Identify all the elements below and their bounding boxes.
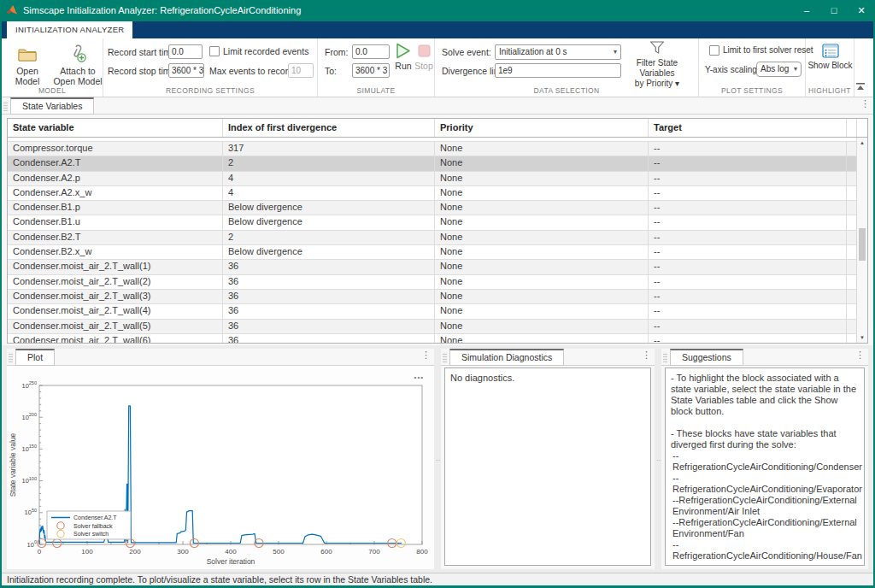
attach-to-open-model-button[interactable]: Attach to Open Model xyxy=(53,44,103,86)
solve-event-label: Solve event: xyxy=(442,47,491,57)
from-input[interactable]: 0.0 xyxy=(352,44,390,59)
table-cell: -- xyxy=(649,320,847,333)
panel-grip[interactable] xyxy=(3,101,8,111)
panel-grip[interactable] xyxy=(9,352,13,362)
to-input[interactable]: 3600 * 3 xyxy=(352,63,390,78)
table-cell: -- xyxy=(649,334,847,343)
table-scrollbar[interactable]: ▲ ▼ xyxy=(856,138,867,343)
table-cell: Condenser.A2.T xyxy=(8,156,223,170)
table-row[interactable]: Condenser.moist_air_2.T_wall(4)36None-- xyxy=(8,304,856,319)
table-cell: Condenser.B1.p xyxy=(8,201,223,215)
table-row[interactable]: Condenser.moist_air_2.T_wall(1)36None-- xyxy=(8,260,856,274)
window-title: Simscape Initialization Analyzer: Refrig… xyxy=(23,0,301,21)
table-row[interactable]: Condenser.A2.T2None-- xyxy=(8,156,856,171)
limit-first-solver-reset-label: Limit to first solver reset xyxy=(723,45,813,55)
ribbon-section-simulate: From: 0.0 To: 3600 * 3 Run Stop xyxy=(318,38,435,97)
table-cell: 36 xyxy=(223,290,435,303)
table-rows: Compressor.torque317None--Condenser.A2.T… xyxy=(8,138,856,343)
table-cell: -- xyxy=(649,186,847,200)
ribbon-tab-strip: INITIALIZATION ANALYZER xyxy=(2,21,873,38)
run-button[interactable]: Run xyxy=(393,42,414,71)
panel-menu-icon[interactable]: ⋮ xyxy=(855,350,865,361)
table-cell: -- xyxy=(649,275,847,289)
table-row[interactable]: Condenser.moist_air_2.T_wall(2)36None-- xyxy=(8,275,856,290)
table-cell: None xyxy=(435,142,649,156)
scroll-up-icon[interactable]: ▲ xyxy=(857,140,867,145)
section-label-highlight: HIGHLIGHT xyxy=(806,86,854,95)
column-header-state-variable[interactable]: State variable xyxy=(8,119,223,137)
matlab-logo-icon xyxy=(6,4,18,20)
limit-recorded-events-checkbox[interactable] xyxy=(209,46,220,56)
table-row[interactable]: Condenser.A2.x_w4None-- xyxy=(8,186,856,201)
max-events-input: 10 xyxy=(288,63,314,78)
solve-event-dropdown[interactable]: Initialization at 0 s ▾ xyxy=(495,44,621,60)
table-cell: None xyxy=(435,245,649,259)
scrollbar-thumb[interactable] xyxy=(859,228,866,261)
table-cell: None xyxy=(435,172,649,185)
chevron-down-icon: ▾ xyxy=(794,62,797,76)
panel-grip[interactable] xyxy=(443,352,447,362)
table-cell: 2 xyxy=(223,231,435,244)
table-cell: -- xyxy=(649,260,847,273)
table-row[interactable]: Condenser.B1.pBelow divergenceNone-- xyxy=(8,201,856,215)
table-row[interactable]: Condenser.A2.p4None-- xyxy=(8,172,856,186)
tab-initialization-analyzer[interactable]: INITIALIZATION ANALYZER xyxy=(7,21,132,38)
table-row[interactable]: Condenser.B2.T2None-- xyxy=(8,231,856,245)
table-cell xyxy=(847,304,856,318)
table-cell xyxy=(847,172,856,185)
table-cell: Condenser.A2.x_w xyxy=(8,186,223,200)
table-row[interactable]: Condenser.moist_air_2.T_wall(5)36None-- xyxy=(8,320,856,334)
yaxis-scaling-dropdown[interactable]: Abs log ▾ xyxy=(756,62,802,77)
tab-suggestions[interactable]: Suggestions xyxy=(670,349,743,366)
column-header-index[interactable]: Index of first divergence xyxy=(223,119,435,137)
panel-splitter[interactable]: ·· xyxy=(655,349,661,569)
table-cell: Condenser.moist_air_2.T_wall(1) xyxy=(8,260,223,273)
plot-chart[interactable]: 0100200300400500600700800100105010100101… xyxy=(7,366,434,569)
scroll-down-icon[interactable]: ▼ xyxy=(857,335,867,340)
limit-first-solver-reset-checkbox[interactable] xyxy=(709,45,719,56)
tab-state-variables[interactable]: State Variables xyxy=(10,97,94,115)
stop-square-icon xyxy=(414,42,434,59)
table-cell: None xyxy=(435,215,649,229)
table-cell: None xyxy=(435,320,649,333)
table-header: State variable Index of first divergence… xyxy=(8,119,867,138)
table-cell: None xyxy=(435,290,649,303)
tab-plot[interactable]: Plot xyxy=(15,349,55,366)
record-start-input[interactable]: 0.0 xyxy=(168,44,203,59)
maximize-button[interactable]: □ xyxy=(820,0,848,21)
table-row[interactable]: Compressor.torque317None-- xyxy=(8,142,856,156)
table-cell xyxy=(847,215,856,229)
filter-state-variables-button[interactable]: Filter State Variables by Priority ▾ xyxy=(618,40,696,89)
column-header-priority[interactable]: Priority xyxy=(435,119,649,137)
table-row[interactable]: Condenser.B2.x_wBelow divergenceNone-- xyxy=(8,245,856,260)
state-variables-tab-bar: State Variables ⋮ xyxy=(2,97,873,115)
close-button[interactable]: ✕ xyxy=(848,0,875,21)
table-cell: Condenser.B2.T xyxy=(8,231,223,244)
panel-grip[interactable] xyxy=(663,352,667,362)
table-cell: Condenser.A2.p xyxy=(8,172,223,185)
record-stop-input[interactable]: 3600 * 3 xyxy=(168,63,204,78)
collapse-ribbon-button[interactable] xyxy=(854,80,868,91)
table-row[interactable]: Condenser.moist_air_2.T_wall(6)36None-- xyxy=(8,334,856,343)
table-cell xyxy=(847,142,856,156)
table-cell xyxy=(847,245,856,259)
paperclip-plus-icon xyxy=(53,44,103,64)
open-model-button[interactable]: Open Model xyxy=(3,44,51,86)
table-cell: None xyxy=(435,156,649,170)
yaxis-scaling-label: Y-axis scaling: xyxy=(705,65,760,74)
panel-menu-icon[interactable]: ⋮ xyxy=(642,350,651,361)
table-cell: None xyxy=(435,231,649,244)
divergence-limit-input[interactable]: 1e9 xyxy=(495,63,621,78)
svg-text:10200: 10200 xyxy=(21,412,37,421)
tab-simulation-diagnostics[interactable]: Simulation Diagnostics xyxy=(449,349,564,366)
panel-menu-icon[interactable]: ⋮ xyxy=(860,98,870,109)
table-row[interactable]: Condenser.moist_air_2.T_wall(3)36None-- xyxy=(8,290,856,304)
show-block-button[interactable]: Show Block xyxy=(806,42,854,71)
table-cell: Below divergence xyxy=(223,215,435,229)
table-cell: None xyxy=(435,186,649,200)
table-row[interactable]: Condenser.B1.uBelow divergenceNone-- xyxy=(8,215,856,230)
column-header-target[interactable]: Target xyxy=(649,119,847,137)
panel-menu-icon[interactable]: ⋮ xyxy=(421,350,431,361)
minimize-button[interactable]: – xyxy=(793,0,820,21)
panel-splitter[interactable]: ·· xyxy=(434,349,441,569)
